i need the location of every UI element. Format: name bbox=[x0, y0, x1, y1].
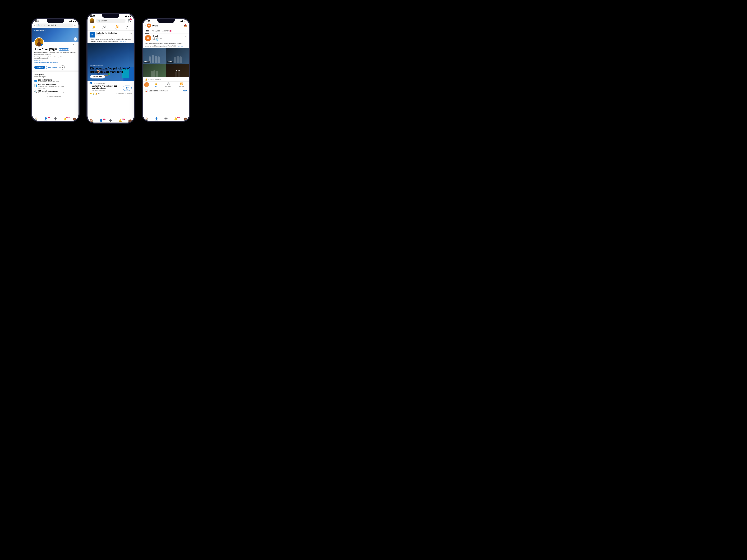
bell-icon: 🔔 bbox=[63, 117, 67, 121]
like-icon: 👍 bbox=[92, 25, 95, 28]
photo-2[interactable]: ORIZAL bbox=[166, 48, 189, 63]
nav-my-network[interactable]: 👤 1 My Network bbox=[42, 117, 49, 122]
post-text: The Orizal family took to Suntec last Fr… bbox=[143, 43, 189, 48]
photo-4[interactable]: +15 bbox=[166, 64, 189, 77]
more-options-button[interactable]: ··· bbox=[60, 65, 65, 70]
wifi-icon: ▲ bbox=[128, 15, 130, 17]
post-more-icon[interactable]: ··· bbox=[185, 35, 187, 38]
tab-feed[interactable]: Feed bbox=[145, 28, 149, 33]
ad-footer: in The B2B Institute bbox=[87, 81, 134, 85]
photo2-label: ORIZAL bbox=[167, 61, 174, 63]
settings-icon[interactable]: ⚙ bbox=[74, 24, 76, 27]
wifi-icon: ▲ bbox=[183, 20, 185, 22]
messages-icon[interactable]: 💬 1 bbox=[127, 18, 132, 23]
send-action[interactable]: ✈ Send bbox=[126, 25, 129, 30]
nav-post[interactable]: ➕ Post bbox=[54, 117, 57, 122]
tab-analytics[interactable]: Analytics bbox=[152, 28, 160, 33]
stat-search-appearances[interactable]: 🔍 185 search appearances See how often y… bbox=[34, 90, 76, 94]
post-time: 1mo 🌐 bbox=[153, 39, 185, 41]
back-icon[interactable]: ‹ bbox=[145, 24, 146, 27]
edit-profile-icon[interactable]: ✎ bbox=[72, 43, 75, 46]
battery-icon: ▮ bbox=[130, 15, 131, 17]
like-action[interactable]: 👍 Like bbox=[92, 25, 95, 30]
tab-activity[interactable]: Activity 6 bbox=[162, 28, 172, 33]
nav-home[interactable]: 🏠 Home bbox=[145, 117, 149, 122]
more-options-icon[interactable]: ··· bbox=[181, 24, 183, 27]
phone3-time: 11:06 bbox=[146, 20, 150, 22]
search-bar[interactable]: 🔍 John Chen 陈敬中 bbox=[36, 24, 73, 27]
company-action-logo: O bbox=[144, 82, 149, 87]
verify-badge[interactable]: ✓ Verify now bbox=[59, 48, 69, 51]
reaction-emoji-2: 💡 bbox=[92, 92, 95, 95]
user-avatar-small[interactable] bbox=[89, 18, 95, 23]
eye-icon: 👁 bbox=[34, 76, 36, 78]
ad-tag: On-Demand Webinar bbox=[90, 65, 131, 66]
company-name: Orizal bbox=[152, 24, 179, 27]
watch-now-button[interactable]: Watch now bbox=[90, 75, 105, 78]
followers-count[interactable]: 30,125 followers · 500+ connections bbox=[34, 62, 76, 63]
add-section-button[interactable]: Add section bbox=[46, 66, 59, 69]
post-header: O Orizal 148 followers 1mo 🌐 ··· bbox=[143, 34, 189, 43]
show-all-analytics-link[interactable]: Show all analytics → bbox=[34, 95, 76, 98]
open-to-button[interactable]: Open to bbox=[34, 66, 45, 69]
home-icon: 🏠 bbox=[34, 117, 38, 121]
stat-profile-views[interactable]: 👥 106 profile views Discover who's viewe… bbox=[34, 79, 76, 82]
jobs-icon: 💼 bbox=[184, 117, 187, 121]
ad-more-icon[interactable]: ··· bbox=[130, 32, 132, 35]
add-profile-icon[interactable]: + bbox=[41, 44, 44, 47]
phone-2: 11:08 ▲ ▮ 🔍 Search bbox=[86, 13, 135, 124]
repost-icon: 🔁 bbox=[115, 25, 119, 28]
repost-action[interactable]: 🔁 Repost bbox=[179, 82, 184, 87]
stat-post-impressions[interactable]: 📊 509 post impressions Check out who's e… bbox=[34, 84, 76, 89]
ad-text-overlay: On-Demand Webinar Discover the five prin… bbox=[87, 43, 134, 81]
nav-notifications[interactable]: 🔔 20+ Notifications bbox=[61, 117, 69, 122]
photo1-label: ORIZAL bbox=[144, 61, 150, 63]
inbox-icon[interactable]: 📥 bbox=[184, 24, 187, 27]
likes-section: 👍 You and 11 others bbox=[143, 77, 189, 81]
reaction-count[interactable]: 47 bbox=[98, 93, 100, 95]
bell-icon: 🔔 bbox=[174, 117, 177, 121]
repost-icon: 🔁 bbox=[180, 82, 183, 85]
analytics-section: Analytics 👁 Private to you 👥 106 profile… bbox=[32, 72, 78, 100]
nav-jobs[interactable]: 💼 Jobs bbox=[184, 117, 187, 122]
nav-jobs[interactable]: 💼 Jobs bbox=[128, 119, 132, 124]
sign-up-button[interactable]: Sign Up bbox=[123, 85, 132, 91]
learn-more-link[interactable]: Learn more ↗ bbox=[34, 60, 76, 61]
nav-home[interactable]: 🏠 Home bbox=[34, 117, 38, 122]
advertiser-name[interactable]: LinkedIn for Marketing bbox=[97, 32, 130, 34]
comment-action[interactable]: 💬 Comment bbox=[165, 82, 171, 87]
nav-my-network[interactable]: 👤 1 My Network bbox=[98, 119, 105, 124]
nav-notifications[interactable]: 🔔 20+ Notifications bbox=[117, 119, 124, 124]
see-more-link[interactable]: ...see more bbox=[119, 41, 126, 42]
nav-home[interactable]: 🏠 Home bbox=[89, 119, 93, 124]
photo-3[interactable] bbox=[143, 64, 166, 77]
nav-jobs[interactable]: 💼 Jobs bbox=[73, 117, 76, 122]
performance-text: See organic performance bbox=[149, 90, 168, 92]
likes-text[interactable]: You and 11 others bbox=[148, 79, 161, 80]
repost-action[interactable]: 🔁 Repost bbox=[114, 25, 119, 30]
advertiser-logo: in bbox=[89, 32, 95, 37]
linkedin-logo: in bbox=[33, 30, 35, 31]
like-action[interactable]: 👍 Like bbox=[154, 82, 157, 87]
phone3-notch bbox=[157, 19, 175, 23]
back-icon[interactable]: ‹ bbox=[34, 24, 35, 27]
ad-footer-left: in The B2B Institute bbox=[89, 82, 105, 84]
svg-point-1 bbox=[37, 38, 41, 42]
more-photos-overlay[interactable]: +15 bbox=[166, 64, 189, 77]
post-company-name[interactable]: Orizal bbox=[153, 35, 185, 37]
photo-1[interactable]: ORIZAL bbox=[143, 48, 166, 63]
nav-post[interactable]: ➕ Post bbox=[164, 117, 168, 122]
comment-action[interactable]: 💬 Comment bbox=[102, 25, 108, 30]
search-input[interactable]: 🔍 Search bbox=[96, 19, 126, 23]
nav-post[interactable]: ➕ Post bbox=[109, 119, 112, 124]
advertiser-info: LinkedIn for Marketing Promoted bbox=[97, 32, 130, 36]
see-more-link[interactable]: ...see more bbox=[177, 45, 184, 47]
bell-icon: 🔔 bbox=[119, 119, 122, 122]
comments-reposts-count[interactable]: 1 comment · 3 reposts bbox=[117, 93, 132, 95]
phone1-header: ‹ 🔍 John Chen 陈敬中 ⚙ bbox=[32, 23, 78, 28]
profile-info: John Chen 陈敬中 ✓ Verify now Empowering Br… bbox=[32, 48, 78, 64]
view-performance-button[interactable]: View bbox=[183, 90, 187, 92]
nav-my-network[interactable]: 👤 My Network bbox=[153, 117, 160, 122]
nav-notifications[interactable]: 🔔 20+ Notifications bbox=[172, 117, 179, 122]
profile-location: Singapore, Singapore bbox=[34, 58, 76, 59]
